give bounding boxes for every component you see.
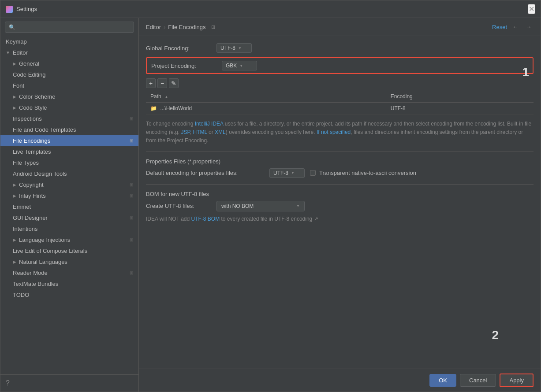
default-encoding-dropdown[interactable]: UTF-8 ▼ xyxy=(269,168,305,178)
sidebar-item-gui-designer[interactable]: GUI Designer ⊞ xyxy=(0,212,138,223)
cancel-button[interactable]: Cancel xyxy=(460,374,496,387)
reset-button[interactable]: Reset xyxy=(492,24,507,30)
sidebar-item-reader-mode[interactable]: Reader Mode ⊞ xyxy=(0,267,138,278)
back-button[interactable]: ← xyxy=(511,22,520,31)
settings-icon: ⊞ xyxy=(130,270,133,275)
default-encoding-row: Default encoding for properties files: U… xyxy=(146,168,534,178)
sidebar-item-natural-languages[interactable]: ▶ Natural Languages xyxy=(0,256,138,267)
add-button[interactable]: + xyxy=(146,78,156,88)
natural-languages-label: Natural Languages xyxy=(19,259,67,265)
annotation-1: 1 xyxy=(522,65,529,79)
editor-label: Editor xyxy=(13,49,28,56)
sidebar-item-android-design-tools[interactable]: Android Design Tools xyxy=(0,168,138,179)
path-value: ...\HelloWorld xyxy=(160,105,192,111)
xml-highlight: XML xyxy=(215,129,226,135)
sidebar-item-editor[interactable]: ▼ Editor xyxy=(0,47,138,58)
code-style-label: Code Style xyxy=(19,104,47,111)
language-injections-label: Language Injections xyxy=(19,237,70,243)
sidebar-item-todo[interactable]: TODO xyxy=(0,289,138,300)
sidebar-footer: ? xyxy=(0,374,138,392)
default-encoding-value: UTF-8 xyxy=(273,170,288,176)
sidebar-item-general[interactable]: ▶ General xyxy=(0,58,138,69)
sidebar-item-textmate-bundles[interactable]: TextMate Bundles xyxy=(0,278,138,289)
expand-icon: ▶ xyxy=(13,61,16,66)
jsp-highlight: JSP xyxy=(181,129,190,135)
project-encoding-dropdown[interactable]: GBK ▼ xyxy=(222,61,257,70)
sort-asc-icon: ▲ xyxy=(164,95,168,99)
table-row[interactable]: 📁 ...\HelloWorld UTF-8 xyxy=(146,103,534,115)
pin-icon[interactable]: ⊞ xyxy=(211,24,215,30)
breadcrumb-separator: › xyxy=(164,24,165,30)
sidebar-item-file-encodings[interactable]: File Encodings ⊞ xyxy=(0,135,138,146)
sidebar-item-code-style[interactable]: ▶ Code Style xyxy=(0,102,138,113)
sidebar-list: Keymap ▼ Editor ▶ General Code Editing F… xyxy=(0,36,138,374)
sidebar-item-copyright[interactable]: ▶ Copyright ⊞ xyxy=(0,179,138,190)
bom-dropdown[interactable]: with NO BOM ▼ xyxy=(216,201,305,211)
sidebar-item-keymap[interactable]: Keymap xyxy=(0,36,138,47)
transparent-label: Transparent native-to-ascii conversion xyxy=(319,170,416,176)
sidebar-item-code-editing[interactable]: Code Editing xyxy=(0,69,138,80)
edit-button[interactable]: ✎ xyxy=(169,78,179,88)
path-column-header[interactable]: Path ▲ xyxy=(146,91,386,103)
sidebar-item-intentions[interactable]: Intentions xyxy=(0,223,138,234)
inspections-label: Inspections xyxy=(13,115,42,122)
settings-icon: ⊞ xyxy=(130,237,133,242)
sidebar-item-language-injections[interactable]: ▶ Language Injections ⊞ xyxy=(0,234,138,245)
android-design-tools-label: Android Design Tools xyxy=(13,170,67,177)
folder-icon: 📁 xyxy=(150,105,157,111)
sidebar-item-file-code-templates[interactable]: File and Code Templates xyxy=(0,124,138,135)
dropdown-arrow-icon: ▼ xyxy=(291,171,295,175)
reader-mode-label: Reader Mode xyxy=(13,270,48,276)
ok-button[interactable]: OK xyxy=(429,374,456,387)
help-icon[interactable]: ? xyxy=(6,379,10,387)
header-actions: Reset ← → xyxy=(492,22,534,31)
dropdown-arrow-icon: ▼ xyxy=(239,64,243,68)
sidebar-item-live-templates[interactable]: Live Templates xyxy=(0,146,138,157)
global-encoding-row: Global Encoding: UTF-8 ▼ xyxy=(146,43,534,53)
main-layout: 🔍 Keymap ▼ Editor ▶ General Code Editing xyxy=(0,18,541,392)
sidebar-item-emmet[interactable]: Emmet xyxy=(0,201,138,212)
global-encoding-value: UTF-8 xyxy=(220,45,235,51)
forward-button[interactable]: → xyxy=(524,22,534,31)
if-not-specified-highlight: If not specified xyxy=(317,129,351,135)
file-encodings-label: File Encodings xyxy=(13,137,50,144)
font-label: Font xyxy=(13,82,24,89)
encoding-column-header[interactable]: Encoding xyxy=(386,91,534,103)
remove-button[interactable]: − xyxy=(157,78,167,88)
content-header: Editor › File Encodings ⊞ Reset ← → xyxy=(139,18,541,36)
expand-icon: ▶ xyxy=(13,237,16,242)
sidebar: 🔍 Keymap ▼ Editor ▶ General Code Editing xyxy=(0,18,139,392)
sidebar-item-inspections[interactable]: Inspections ⊞ xyxy=(0,113,138,124)
sidebar-item-live-edit[interactable]: Live Edit of Compose Literals xyxy=(0,245,138,256)
close-button[interactable]: ✕ xyxy=(528,4,535,14)
expand-icon: ▶ xyxy=(13,105,16,110)
sidebar-item-inlay-hints[interactable]: ▶ Inlay Hints ⊞ xyxy=(0,190,138,201)
sidebar-item-color-scheme[interactable]: ▶ Color Scheme xyxy=(0,91,138,102)
file-table: Path ▲ Encoding 📁 ...\HelloWorld xyxy=(146,91,534,115)
section-divider-2 xyxy=(146,184,534,185)
encoding-cell: UTF-8 xyxy=(386,103,534,115)
search-box[interactable]: 🔍 xyxy=(5,22,134,33)
search-input[interactable] xyxy=(18,24,130,30)
live-templates-label: Live Templates xyxy=(13,148,51,155)
content-wrapper: Global Encoding: UTF-8 ▼ Project Encodin… xyxy=(139,36,541,369)
sidebar-item-font[interactable]: Font xyxy=(0,80,138,91)
todo-label: TODO xyxy=(13,292,29,298)
settings-icon: ⊞ xyxy=(130,215,133,220)
gui-designer-label: GUI Designer xyxy=(13,214,48,221)
project-encoding-row: Project Encoding: GBK ▼ xyxy=(146,57,534,74)
project-encoding-label: Project Encoding: xyxy=(151,63,222,69)
global-encoding-label: Global Encoding: xyxy=(146,45,216,52)
transparent-checkbox[interactable] xyxy=(310,170,316,176)
expand-icon: ▶ xyxy=(13,259,16,264)
color-scheme-label: Color Scheme xyxy=(19,93,55,100)
sidebar-item-file-types[interactable]: File Types xyxy=(0,157,138,168)
project-encoding-value: GBK xyxy=(226,63,237,69)
utf8-bom-link: UTF-8 BOM xyxy=(191,216,220,222)
global-encoding-dropdown[interactable]: UTF-8 ▼ xyxy=(216,43,252,53)
breadcrumb-parent[interactable]: Editor xyxy=(146,24,161,30)
apply-button[interactable]: Apply xyxy=(500,374,534,387)
html-highlight: HTML xyxy=(193,129,207,135)
dropdown-arrow-icon: ▼ xyxy=(296,204,300,208)
properties-section-title: Properties Files (*.properties) xyxy=(146,158,534,165)
